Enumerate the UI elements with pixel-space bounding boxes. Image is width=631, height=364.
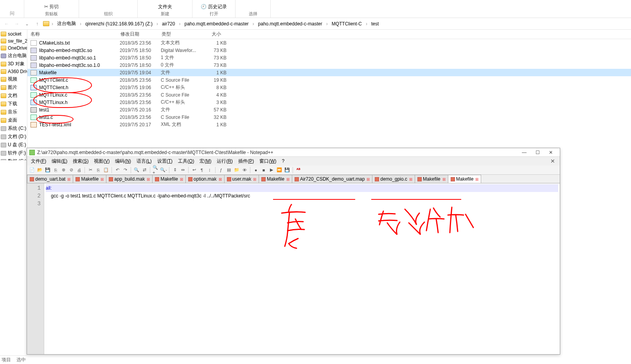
folder-workspace-icon[interactable]: 📁 <box>233 167 240 174</box>
history-icon[interactable]: 🕘 历史记录 <box>201 4 227 10</box>
file-row[interactable]: test1.c2018/3/5 23:56C Source File32 KB <box>27 113 631 121</box>
crumb-6[interactable]: test <box>369 20 381 27</box>
crumb-pc[interactable]: 这台电脑 <box>55 20 78 28</box>
file-row[interactable]: libpaho-embed-mqtt3c.so2019/7/5 18:50Dig… <box>27 47 631 54</box>
npp-tab[interactable]: Air720_CSDK_demo_uart.map⊠ <box>292 175 372 183</box>
tab-close-icon[interactable]: ⊠ <box>475 177 478 181</box>
file-row[interactable]: MQTTLinux.h2018/3/5 23:56C/C++ 标头3 KB <box>27 99 631 106</box>
tree-item[interactable]: 文档 (D:) <box>0 133 27 141</box>
npp-menu-item[interactable]: 编码(N) <box>113 157 133 165</box>
npp-menu-item[interactable]: 宏(M) <box>197 157 214 165</box>
col-date[interactable]: 修改日期 <box>117 29 158 39</box>
crumb-drive[interactable]: qinrenzhi (\\192.168.99.167) (Z:) <box>83 20 155 27</box>
tree-item[interactable]: sw_file_2019 <box>0 38 27 45</box>
save-macro-icon[interactable]: 💾 <box>284 167 291 174</box>
npp-menu-item[interactable]: 插件(P) <box>236 157 256 165</box>
tree-item[interactable]: 数据 (G:) <box>0 157 27 160</box>
tab-close-icon[interactable]: ⊠ <box>286 177 289 181</box>
tab-close-icon[interactable]: ⊠ <box>180 177 183 181</box>
save-icon[interactable]: 💾 <box>44 167 51 174</box>
npp-menu-item[interactable]: 设置(T) <box>155 157 175 165</box>
tree-item[interactable]: U 盘 (E:) <box>0 141 27 149</box>
tree-item[interactable]: 图片 <box>0 83 27 91</box>
tree-item[interactable]: 桌面 <box>0 116 27 124</box>
npp-tab[interactable]: Makefile⊠ <box>415 175 448 183</box>
tree-item[interactable]: A360 Drive <box>0 68 27 75</box>
wrap-icon[interactable]: ↩ <box>191 167 198 174</box>
crumb-4[interactable]: paho.mqtt.embedded-c-master <box>256 20 325 27</box>
crumb-3[interactable]: paho.mqtt.embedded-c-master <box>182 20 251 27</box>
folder-tree[interactable]: socketsw_file_2019OneDrive这台电脑3D 对象A360 … <box>0 30 27 160</box>
npp-menu-item[interactable]: 工具(O) <box>176 157 196 165</box>
npp-menu-item[interactable]: 视图(V) <box>92 157 112 165</box>
monitor-icon[interactable]: 👁 <box>241 167 248 174</box>
scissors-icon[interactable]: ✂ 剪切 <box>44 4 59 10</box>
record-macro-icon[interactable]: ● <box>252 167 259 174</box>
undo-icon[interactable]: ↶ <box>114 167 121 174</box>
play-multi-icon[interactable]: ⏩ <box>276 167 283 174</box>
tab-close-icon[interactable]: ⊠ <box>409 177 412 181</box>
col-size[interactable]: 大小 <box>201 29 224 39</box>
tab-close-icon[interactable]: ⊠ <box>253 177 256 181</box>
npp-tab[interactable]: app_build.mak⊠ <box>106 175 153 183</box>
play-macro-icon[interactable]: ▶ <box>268 167 275 174</box>
npp-tab[interactable]: demo_uart.bat⊠ <box>27 175 73 183</box>
open-file-icon[interactable]: 📂 <box>36 167 43 174</box>
file-row[interactable]: MQTTClient.c2018/3/5 23:56C Source File1… <box>27 76 631 84</box>
paste-icon[interactable]: 📋 <box>102 167 110 174</box>
tree-item[interactable]: OneDrive <box>0 45 27 52</box>
file-row[interactable]: Makefile2019/7/5 19:04文件1 KB <box>27 69 631 76</box>
crumb-5[interactable]: MQTTClient-C <box>329 20 364 27</box>
npp-tab[interactable]: demo_gpio.c⊠ <box>372 175 415 183</box>
indent-guide-icon[interactable]: ⫶ <box>206 167 213 174</box>
npp-tab[interactable]: Makefile⊠ <box>259 175 292 183</box>
tree-item[interactable]: socket <box>0 30 27 38</box>
zoom-out-icon[interactable]: 🔍- <box>160 167 167 174</box>
breadcrumb[interactable]: › 这台电脑› qinrenzhi (\\192.168.99.167) (Z:… <box>51 20 629 28</box>
npp-menu-item[interactable]: 窗口(W) <box>257 157 279 165</box>
npp-menu-item[interactable]: ? <box>279 158 287 165</box>
col-name[interactable]: 名称 <box>27 29 117 39</box>
new-folder-btn[interactable]: 文件夹 <box>158 4 172 10</box>
replace-icon[interactable]: ⇄ <box>141 167 148 174</box>
tree-item[interactable]: 系统 (C:) <box>0 124 27 133</box>
nav-up-icon[interactable]: ↑ <box>33 20 41 28</box>
new-file-icon[interactable]: 📄 <box>29 167 36 174</box>
func-list-icon[interactable]: ƒ <box>218 167 225 174</box>
nav-forward-icon[interactable]: → <box>13 20 21 28</box>
npp-menu-item[interactable]: 语言(L) <box>134 157 154 165</box>
npp-tab[interactable]: user.mak⊠ <box>224 175 259 183</box>
file-row[interactable]: CMakeLists.txt2018/3/5 23:56文本文档1 KB <box>27 39 631 47</box>
close-button[interactable]: ✕ <box>544 149 557 156</box>
npp-tab[interactable]: Makefile⊠ <box>73 175 106 183</box>
sync-v-icon[interactable]: ⇕ <box>171 167 178 174</box>
sync-h-icon[interactable]: ⇔ <box>179 167 186 174</box>
tab-close-icon[interactable]: ⊠ <box>442 177 446 181</box>
npp-menu-item[interactable]: 编辑(E) <box>49 157 70 165</box>
zoom-in-icon[interactable]: 🔍+ <box>152 167 159 174</box>
cut-icon[interactable]: ✂ <box>87 167 94 174</box>
close-file-icon[interactable]: ⊗ <box>60 167 67 174</box>
tab-close-icon[interactable]: ⊠ <box>367 177 370 181</box>
save-all-icon[interactable]: ⎘ <box>52 167 59 174</box>
nav-back-icon[interactable]: ← <box>2 20 11 28</box>
npp-tab[interactable]: option.mak⊠ <box>185 175 225 183</box>
npp-menu-item[interactable]: 运行(R) <box>214 157 235 165</box>
show-all-icon[interactable]: ¶ <box>198 167 205 174</box>
col-type[interactable]: 类型 <box>158 29 201 39</box>
tab-close-icon[interactable]: ⊠ <box>67 177 70 181</box>
crumb-2[interactable]: air720 <box>160 20 177 27</box>
file-row[interactable]: MQTTClient.h2019/7/5 19:06C/C++ 标头8 KB <box>27 84 631 91</box>
npp-tab[interactable]: Makefile⊠ <box>152 175 186 183</box>
file-row[interactable]: MQTTLinux.c2018/3/5 23:56C Source File4 … <box>27 91 631 99</box>
tree-item[interactable]: 这台电脑 <box>0 52 27 60</box>
close-all-icon[interactable]: ⊘ <box>68 167 75 174</box>
npp-menu-item[interactable]: 搜索(S) <box>70 157 91 165</box>
tree-item[interactable]: 下载 <box>0 100 27 108</box>
nav-recent-icon[interactable]: ⌄ <box>23 20 31 28</box>
tab-close-icon[interactable]: ⊠ <box>219 177 222 181</box>
tree-item[interactable]: 文档 <box>0 91 27 100</box>
tree-item[interactable]: 3D 对象 <box>0 60 27 68</box>
npp-doc-close-icon[interactable]: ✕ <box>547 158 558 164</box>
npp-editor[interactable]: 123 all: gcc -g -o test1 test1.c MQTTCli… <box>27 183 560 354</box>
